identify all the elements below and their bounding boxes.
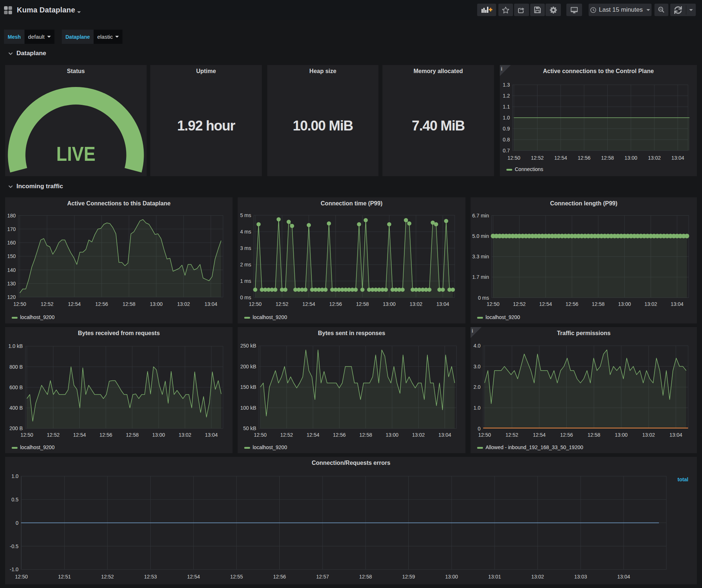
svg-text:13:00: 13:00 <box>150 301 163 307</box>
svg-text:12:52: 12:52 <box>41 301 53 307</box>
svg-text:1.1: 1.1 <box>503 104 510 110</box>
svg-text:12:58: 12:58 <box>592 301 605 307</box>
svg-text:1.0 kB: 1.0 kB <box>8 343 23 349</box>
svg-text:1.3: 1.3 <box>503 82 510 88</box>
svg-text:12:56: 12:56 <box>99 432 112 438</box>
svg-text:0: 0 <box>16 520 19 526</box>
svg-text:0 ms: 0 ms <box>240 295 251 300</box>
svg-text:1.2: 1.2 <box>503 93 510 99</box>
svg-text:3 ms: 3 ms <box>240 245 251 251</box>
svg-text:250 kB: 250 kB <box>240 343 256 349</box>
svg-text:4.0: 4.0 <box>473 343 481 349</box>
svg-text:12:54: 12:54 <box>302 301 315 307</box>
svg-text:LIVE: LIVE <box>56 143 95 165</box>
svg-text:13:04: 13:04 <box>205 432 218 438</box>
svg-text:12:56: 12:56 <box>578 155 590 161</box>
svg-text:13:04: 13:04 <box>204 301 217 307</box>
svg-text:12:52: 12:52 <box>506 432 518 438</box>
svg-text:12:50: 12:50 <box>20 432 33 438</box>
svg-text:12:58: 12:58 <box>359 432 372 438</box>
svg-text:12:50: 12:50 <box>478 432 491 438</box>
svg-text:13:04: 13:04 <box>437 301 449 307</box>
svg-text:12:56: 12:56 <box>273 574 286 580</box>
svg-text:170: 170 <box>7 226 16 232</box>
svg-text:0 ms: 0 ms <box>478 295 489 301</box>
svg-text:12:58: 12:58 <box>588 432 600 438</box>
svg-text:12:56: 12:56 <box>333 432 346 438</box>
svg-text:13:02: 13:02 <box>642 432 655 438</box>
svg-text:12:56: 12:56 <box>95 301 108 307</box>
svg-text:12:58: 12:58 <box>359 574 372 580</box>
svg-text:12:54: 12:54 <box>533 432 546 438</box>
svg-text:13:00: 13:00 <box>445 574 458 580</box>
svg-text:12:54: 12:54 <box>73 432 86 438</box>
svg-text:1.0: 1.0 <box>11 473 19 479</box>
svg-text:0.5: 0.5 <box>11 497 19 502</box>
svg-text:140: 140 <box>7 267 16 273</box>
svg-text:13:00: 13:00 <box>618 301 631 307</box>
svg-text:12:50: 12:50 <box>487 301 499 307</box>
svg-text:150 kB: 150 kB <box>240 384 256 390</box>
svg-text:12:58: 12:58 <box>601 155 614 161</box>
svg-text:12:58: 12:58 <box>122 301 135 307</box>
svg-text:400 B: 400 B <box>10 405 23 411</box>
svg-text:12:56: 12:56 <box>566 301 578 307</box>
svg-text:1 ms: 1 ms <box>240 278 251 284</box>
svg-text:13:04: 13:04 <box>438 432 451 438</box>
svg-text:12:50: 12:50 <box>507 155 520 161</box>
svg-text:12:52: 12:52 <box>47 432 60 438</box>
svg-text:200 B: 200 B <box>10 425 23 431</box>
svg-text:2.0: 2.0 <box>473 384 481 390</box>
svg-text:12:56: 12:56 <box>560 432 573 438</box>
svg-text:3.3 min: 3.3 min <box>472 254 489 259</box>
svg-text:13:02: 13:02 <box>410 301 422 307</box>
svg-text:200 kB: 200 kB <box>240 364 256 369</box>
svg-text:13:00: 13:00 <box>615 432 628 438</box>
svg-text:6.7 min: 6.7 min <box>472 213 489 219</box>
svg-text:12:50: 12:50 <box>254 432 267 438</box>
svg-text:130: 130 <box>7 281 16 287</box>
svg-text:12:58: 12:58 <box>356 301 369 307</box>
svg-text:1.0: 1.0 <box>473 405 481 411</box>
svg-text:12:54: 12:54 <box>554 155 567 161</box>
svg-text:160: 160 <box>7 240 16 246</box>
svg-text:12:50: 12:50 <box>15 574 28 580</box>
svg-text:12:53: 12:53 <box>144 574 157 580</box>
svg-text:0.7: 0.7 <box>503 148 510 153</box>
svg-text:50 kB: 50 kB <box>243 425 256 431</box>
svg-text:4 ms: 4 ms <box>240 229 251 235</box>
svg-text:600 B: 600 B <box>10 384 23 390</box>
svg-text:13:02: 13:02 <box>644 301 657 307</box>
svg-text:2 ms: 2 ms <box>240 262 251 268</box>
svg-text:12:52: 12:52 <box>513 301 526 307</box>
svg-text:3.0: 3.0 <box>473 364 481 369</box>
svg-text:1.0: 1.0 <box>503 115 510 121</box>
svg-text:12:50: 12:50 <box>249 301 261 307</box>
svg-text:12:54: 12:54 <box>187 574 200 580</box>
svg-text:12:52: 12:52 <box>531 155 544 161</box>
svg-text:0.8: 0.8 <box>503 137 510 143</box>
svg-text:5.0 min: 5.0 min <box>472 233 489 239</box>
svg-text:13:02: 13:02 <box>177 301 190 307</box>
svg-text:1.7 min: 1.7 min <box>472 274 489 280</box>
svg-text:0.9: 0.9 <box>503 126 510 132</box>
svg-text:13:00: 13:00 <box>386 432 399 438</box>
svg-text:12:52: 12:52 <box>101 574 114 580</box>
svg-text:12:56: 12:56 <box>329 301 342 307</box>
svg-text:13:01: 13:01 <box>488 574 501 580</box>
svg-text:13:00: 13:00 <box>152 432 165 438</box>
svg-text:150: 150 <box>7 253 16 259</box>
svg-text:12:52: 12:52 <box>276 301 288 307</box>
svg-text:12:54: 12:54 <box>306 432 319 438</box>
svg-text:-1.0: -1.0 <box>10 566 18 572</box>
svg-text:13:04: 13:04 <box>617 574 630 580</box>
svg-text:13:04: 13:04 <box>671 301 683 307</box>
svg-text:12:57: 12:57 <box>316 574 329 580</box>
svg-text:13:02: 13:02 <box>648 155 661 161</box>
svg-text:13:02: 13:02 <box>531 574 544 580</box>
svg-text:180: 180 <box>7 213 16 219</box>
svg-text:-0.5: -0.5 <box>10 543 18 549</box>
svg-text:12:51: 12:51 <box>58 574 71 580</box>
svg-text:13:00: 13:00 <box>383 301 396 307</box>
svg-text:13:04: 13:04 <box>669 432 682 438</box>
